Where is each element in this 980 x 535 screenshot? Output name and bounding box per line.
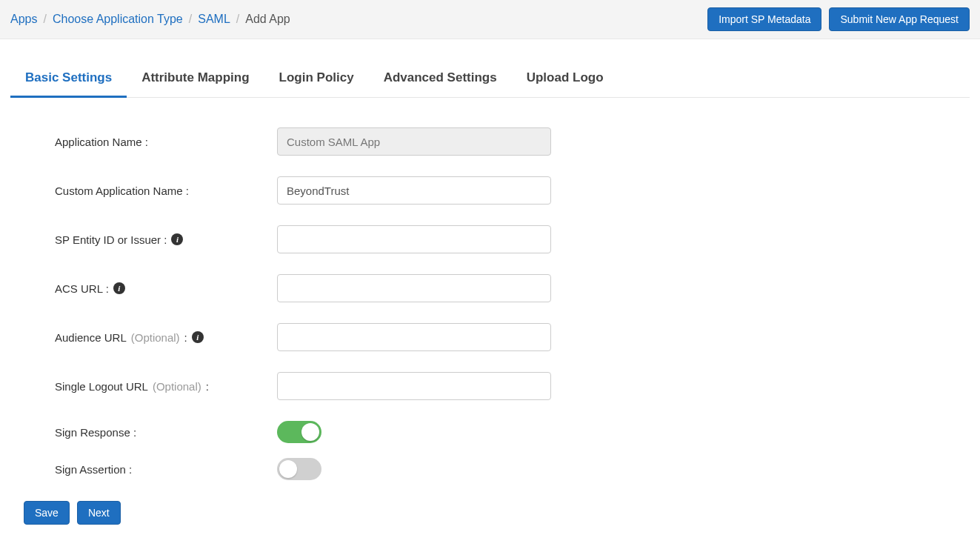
save-button[interactable]: Save [24,501,70,525]
label-text: SP Entity ID or Issuer : [55,233,167,246]
row-sp-entity-id: SP Entity ID or Issuer : i [55,225,677,253]
row-single-logout-url: Single Logout URL (Optional) : [55,372,677,400]
label-audience-url: Audience URL (Optional) : i [55,331,277,344]
info-icon[interactable]: i [192,331,204,343]
toggle-knob [301,423,319,441]
label-text: Single Logout URL [55,380,148,393]
row-audience-url: Audience URL (Optional) : i [55,323,677,351]
label-application-name: Application Name : [55,136,277,148]
breadcrumb-choose-application-type[interactable]: Choose Application Type [53,13,183,26]
sp-entity-id-input[interactable] [277,225,551,253]
row-application-name: Application Name : [55,127,677,156]
breadcrumb-apps[interactable]: Apps [10,13,37,26]
tab-login-policy[interactable]: Login Policy [264,62,369,98]
label-text: Audience URL [55,331,127,344]
label-acs-url: ACS URL : i [55,282,277,295]
label-sp-entity-id: SP Entity ID or Issuer : i [55,233,277,246]
label-custom-application-name: Custom Application Name : [55,185,277,197]
breadcrumb-sep: / [43,13,46,26]
breadcrumb-sep: / [189,13,192,26]
info-icon[interactable]: i [171,233,183,245]
breadcrumb-sep: / [236,13,239,26]
breadcrumb: Apps / Choose Application Type / SAML / … [10,13,290,26]
import-sp-metadata-button[interactable]: Import SP Metadata [707,7,821,31]
tab-attribute-mapping[interactable]: Attribute Mapping [127,62,264,98]
label-text: Custom Application Name : [55,185,189,197]
label-single-logout-url: Single Logout URL (Optional) : [55,380,277,393]
label-text: Sign Response : [55,426,136,439]
label-optional: (Optional) [153,380,201,393]
row-sign-response: Sign Response : [55,421,677,443]
label-optional: (Optional) [131,331,180,344]
custom-application-name-input[interactable] [277,176,551,205]
sign-response-toggle[interactable] [277,421,321,443]
footer-buttons: Save Next [24,501,970,525]
tab-basic-settings[interactable]: Basic Settings [10,62,127,98]
breadcrumb-current: Add App [245,13,290,26]
single-logout-url-input[interactable] [277,372,551,400]
tabs: Basic Settings Attribute Mapping Login P… [10,62,970,98]
row-acs-url: ACS URL : i [55,274,677,302]
application-name-input [277,127,551,156]
audience-url-input[interactable] [277,323,551,351]
tab-advanced-settings[interactable]: Advanced Settings [369,62,512,98]
toggle-knob [279,460,297,478]
tab-upload-logo[interactable]: Upload Logo [512,62,619,98]
form-area: Application Name : Custom Application Na… [10,98,677,480]
label-sign-response: Sign Response : [55,426,277,439]
label-text: Application Name : [55,136,148,148]
label-colon: : [184,331,187,344]
top-buttons: Import SP Metadata Submit New App Reques… [707,7,970,31]
top-bar: Apps / Choose Application Type / SAML / … [0,0,980,39]
breadcrumb-saml[interactable]: SAML [198,13,230,26]
label-colon: : [206,380,209,393]
submit-new-app-request-button[interactable]: Submit New App Request [829,7,970,31]
label-sign-assertion: Sign Assertion : [55,463,277,476]
info-icon[interactable]: i [113,282,125,294]
acs-url-input[interactable] [277,274,551,302]
label-text: ACS URL : [55,282,109,295]
row-sign-assertion: Sign Assertion : [55,458,677,480]
sign-assertion-toggle[interactable] [277,458,321,480]
content: Basic Settings Attribute Mapping Login P… [0,39,980,535]
next-button[interactable]: Next [77,501,121,525]
label-text: Sign Assertion : [55,463,132,476]
row-custom-application-name: Custom Application Name : [55,176,677,205]
